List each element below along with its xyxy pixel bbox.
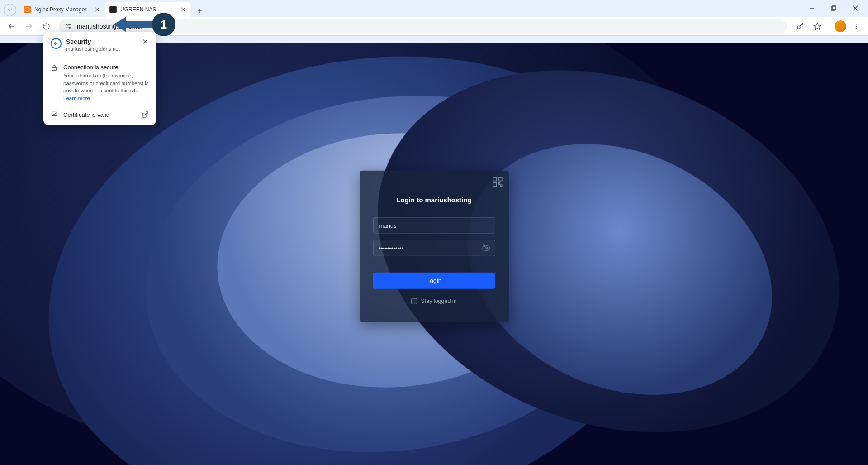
close-icon[interactable] xyxy=(94,6,100,13)
learn-more-link[interactable]: Learn more xyxy=(63,96,90,101)
divider xyxy=(43,58,156,58)
close-icon xyxy=(853,5,858,11)
plus-icon xyxy=(197,8,203,14)
svg-point-19 xyxy=(856,24,857,25)
svg-rect-26 xyxy=(500,185,502,186)
svg-marker-18 xyxy=(814,23,821,30)
bookmark-button[interactable] xyxy=(810,19,825,34)
svg-rect-32 xyxy=(52,67,56,70)
svg-rect-24 xyxy=(493,183,497,187)
svg-point-17 xyxy=(797,26,800,29)
toggle-password-visibility[interactable] xyxy=(482,244,491,253)
svg-rect-23 xyxy=(498,177,502,181)
certificate-icon xyxy=(51,110,58,119)
svg-rect-22 xyxy=(493,177,497,181)
qr-icon xyxy=(492,176,503,188)
arrow-left-icon xyxy=(8,22,16,30)
chevron-down-icon xyxy=(7,7,13,13)
svg-rect-7 xyxy=(831,7,835,10)
username-input[interactable] xyxy=(373,217,495,234)
svg-point-21 xyxy=(856,28,857,29)
kebab-icon xyxy=(853,23,860,30)
reload-icon xyxy=(43,23,50,30)
svg-marker-35 xyxy=(113,17,154,32)
svg-rect-33 xyxy=(52,112,57,115)
connection-status-heading: Connection is secure xyxy=(63,64,149,71)
popover-domain: mariushosting.ddns.net xyxy=(66,46,137,52)
password-manager-button[interactable] xyxy=(793,19,807,34)
svg-point-16 xyxy=(69,27,71,29)
window-controls xyxy=(806,0,868,16)
site-info-button[interactable] xyxy=(64,22,73,31)
lock-icon xyxy=(51,64,59,73)
svg-point-20 xyxy=(856,26,857,27)
arrow-left-icon xyxy=(113,16,154,33)
close-icon xyxy=(142,38,149,45)
svg-rect-8 xyxy=(832,6,836,10)
minimize-icon xyxy=(809,5,815,11)
login-button[interactable]: Login xyxy=(373,273,495,289)
tune-icon xyxy=(65,23,72,30)
open-external-icon xyxy=(142,111,149,118)
close-icon[interactable] xyxy=(180,6,186,13)
popover-back-button[interactable] xyxy=(51,38,62,49)
chrome-menu-button[interactable] xyxy=(849,19,863,34)
stay-logged-in-checkbox[interactable] xyxy=(411,298,417,304)
profile-avatar[interactable] xyxy=(835,20,846,32)
svg-rect-25 xyxy=(498,183,500,184)
svg-point-15 xyxy=(67,24,69,25)
arrow-left-icon xyxy=(53,41,59,46)
arrow-right-icon xyxy=(25,22,33,30)
close-window-button[interactable] xyxy=(849,2,862,14)
annotation-callout: 1 xyxy=(113,13,175,36)
certificate-row[interactable]: Certificate is valid xyxy=(51,110,149,119)
tabs-search-button[interactable] xyxy=(4,4,16,16)
favicon-icon xyxy=(24,6,31,13)
connection-status-description: Your information (for example, passwords… xyxy=(63,73,149,93)
minimize-button[interactable] xyxy=(806,2,818,14)
site-security-popover: Security mariushosting.ddns.net Connecti… xyxy=(43,32,156,125)
favicon-icon xyxy=(109,6,117,13)
key-icon xyxy=(796,22,804,30)
back-button[interactable] xyxy=(5,19,19,34)
tab-nginx-proxy-manager[interactable]: Nginx Proxy Manager xyxy=(19,2,105,17)
eye-off-icon xyxy=(482,244,491,253)
open-certificate-button[interactable] xyxy=(142,111,149,118)
maximize-button[interactable] xyxy=(827,2,840,14)
tab-title: Nginx Proxy Manager xyxy=(34,6,90,13)
new-tab-button[interactable] xyxy=(194,5,206,17)
certificate-label: Certificate is valid xyxy=(63,111,136,118)
tab-title: UGREEN NAS xyxy=(120,6,176,13)
password-input[interactable] xyxy=(373,240,495,256)
login-title: Login to mariushosting xyxy=(373,196,495,204)
star-icon xyxy=(813,22,821,30)
forward-button[interactable] xyxy=(22,19,36,34)
popover-title: Security xyxy=(66,38,137,45)
maximize-icon xyxy=(831,5,836,11)
login-panel: Login to mariushosting Login Stay logged… xyxy=(360,171,509,322)
popover-close-button[interactable] xyxy=(142,38,149,47)
svg-rect-34 xyxy=(142,113,146,117)
qr-login-button[interactable] xyxy=(492,176,503,188)
stay-logged-in-label: Stay logged in xyxy=(421,298,456,304)
callout-number-badge: 1 xyxy=(152,13,175,36)
